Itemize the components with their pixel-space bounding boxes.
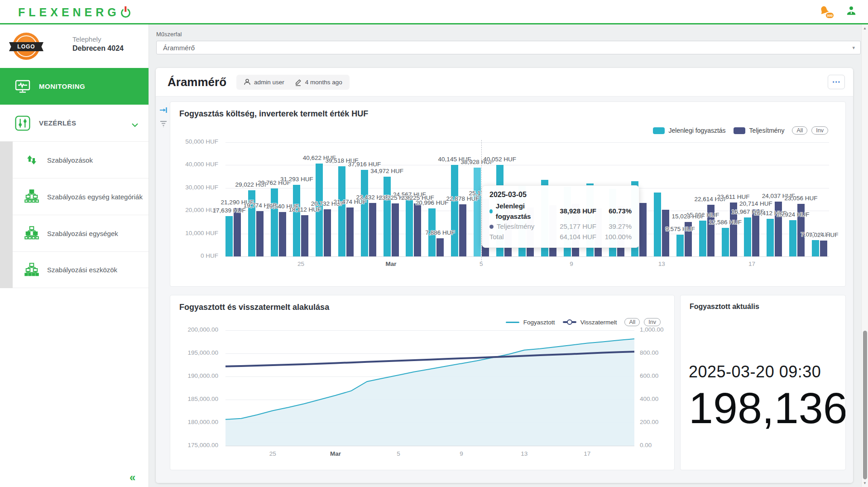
page-title: Árammérő (168, 75, 226, 89)
site-name: Debrecen 4024 (72, 44, 124, 53)
author-name: admin user (254, 79, 284, 86)
bar-value-label: 7,024 HUF (809, 231, 838, 238)
scrollbar-thumb[interactable] (863, 331, 867, 479)
person-outline-icon (244, 78, 251, 86)
x-axis-label: 17 (748, 260, 755, 267)
bar-value-label: 15,023 HUF (672, 213, 705, 220)
logo-ribbon: LOGO (9, 42, 43, 51)
sidebar-item-label: Szabályozási egységek (47, 230, 118, 237)
bar-consumption[interactable] (699, 221, 706, 256)
power-icon (121, 8, 130, 18)
bar-performance[interactable] (414, 203, 421, 256)
tooltip-dot (489, 209, 493, 213)
bar-value-label: 34,972 HUF (370, 168, 403, 174)
bar-performance[interactable] (369, 203, 376, 256)
bar-performance[interactable] (279, 212, 286, 256)
bar-consumption[interactable] (722, 228, 729, 256)
person-icon (845, 5, 857, 17)
line-chart-plot: 175,000.000.00180,000.00200.00185,000.00… (170, 295, 674, 470)
site-block: LOGO Telephely Debrecen 4024 (0, 24, 149, 68)
sidebar-item-label: Szabályozási eszközök (47, 266, 117, 274)
hierarchy-top-icon (23, 189, 41, 204)
bar-consumption[interactable] (676, 235, 684, 256)
bar-value-label: 18,112 HUF (288, 206, 321, 213)
bar-consumption[interactable] (293, 185, 300, 256)
bar-consumption[interactable] (225, 216, 233, 256)
bar-consumption[interactable] (361, 170, 368, 256)
bar-performance[interactable] (392, 203, 399, 256)
bar-performance[interactable] (256, 211, 264, 256)
sidebar-item-label: VEZÉRLÉS (39, 119, 76, 127)
user-account-icon[interactable] (845, 5, 860, 19)
sidebar: LOGO Telephely Debrecen 4024 MONITORING (0, 24, 149, 487)
bar-chart-plot: 0 HUF10,000 HUF20,000 HUF30,000 HUF40,00… (170, 102, 845, 286)
up-down-arrows-icon (23, 153, 41, 167)
scroll-down-arrow[interactable]: ▼ (862, 481, 868, 485)
toolbox-restore-icon[interactable] (159, 106, 168, 116)
tooltip-row: Teljesítmény25,177 HUF39.27% (489, 222, 632, 232)
dashboard-select[interactable]: Árammérő ▾ (156, 41, 861, 54)
y-axis-label: 0 HUF (170, 252, 218, 259)
sidebar-item-szabalyozasi-egysegek[interactable]: Szabályozási egységek (13, 215, 149, 251)
notifications-bell-icon[interactable]: 999 (818, 5, 833, 19)
bar-consumption[interactable] (406, 200, 413, 256)
tooltip-value: 25,177 HUF (546, 222, 596, 232)
bar-performance[interactable] (820, 241, 827, 256)
y-axis-label: 10,000 HUF (170, 230, 218, 236)
updated-time: 4 months ago (305, 79, 342, 86)
bar-performance[interactable] (639, 203, 647, 256)
current-value-timestamp: 2025-03-20 09:30 (689, 362, 821, 381)
main-content: Műszerfal Árammérő ▾ Árammérő admin user… (149, 24, 861, 487)
tooltip-series-name: Total (489, 232, 546, 242)
bar-performance[interactable] (436, 238, 444, 256)
bar-consumption[interactable] (338, 166, 345, 256)
bar-consumption[interactable] (384, 177, 391, 256)
tooltip-series-name: Jelenlegi fogyasztás (489, 201, 546, 222)
y-axis-label: 50,000 HUF (170, 138, 218, 145)
dashboard-select-value: Árammérő (163, 44, 195, 52)
sidebar-item-szabalyozas-egyseg-kategoriak[interactable]: Szabályozás egység kategóriák (13, 178, 149, 215)
bar-performance[interactable] (301, 215, 308, 256)
bar-consumption[interactable] (744, 217, 751, 256)
tooltip-dot (489, 225, 494, 229)
toolbox-filter-icon[interactable] (159, 120, 168, 129)
tooltip-value: 64,104 HUF (546, 232, 596, 242)
sidebar-item-szabalyozasi-eszkozok[interactable]: Szabályozási eszközök (13, 251, 149, 288)
dashboard-select-label: Műszerfal (156, 31, 182, 38)
y-axis-label: 40,000 HUF (170, 161, 218, 168)
tooltip-percent: 39.27% (596, 222, 632, 232)
x-axis-label: 9 (570, 260, 573, 267)
bar-consumption[interactable] (789, 220, 796, 256)
sidebar-item-vezerles[interactable]: VEZÉRLÉS (0, 105, 149, 141)
bar-value-label: 7,886 HUF (426, 229, 455, 236)
bar-performance[interactable] (324, 209, 331, 256)
bar-consumption[interactable] (451, 165, 458, 256)
sidebar-collapse-button[interactable]: « (129, 471, 135, 484)
bar-value-label: 20,714 HUF (739, 200, 772, 207)
bar-performance[interactable] (234, 208, 241, 256)
brand-text: FLEXENERG (18, 6, 120, 19)
card-menu-button[interactable]: ⋯ (828, 75, 845, 89)
bar-consumption[interactable] (767, 219, 774, 256)
line-chart-panel: Fogyasztott és visszatermelt alakulása F… (170, 295, 675, 470)
bar-performance[interactable] (346, 207, 354, 256)
bar-value-label: 23,056 HUF (785, 195, 818, 202)
bar-value-label: 37,916 HUF (348, 161, 381, 168)
tooltip-series-name: Teljesítmény (489, 222, 546, 232)
author-meta: admin user (244, 78, 284, 86)
bar-consumption[interactable] (271, 188, 278, 256)
bar-performance[interactable] (662, 210, 669, 256)
bar-consumption[interactable] (812, 240, 819, 256)
sidebar-item-label: MONITORING (39, 82, 85, 90)
bar-performance[interactable] (459, 204, 466, 256)
x-axis-label: 13 (658, 260, 665, 267)
bar-consumption[interactable] (474, 168, 481, 256)
vertical-scrollbar[interactable]: ▲ ▼ (861, 24, 868, 487)
brand-logo: FLEXENERG (18, 6, 130, 19)
sidebar-item-szabalyozasok[interactable]: Szabályozások (13, 141, 149, 178)
bar-consumption[interactable] (654, 193, 661, 256)
scroll-up-arrow[interactable]: ▲ (862, 26, 868, 30)
sidebar-item-monitoring[interactable]: MONITORING (0, 68, 149, 105)
tooltip-value: 38,928 HUF (546, 206, 596, 217)
bar-value-label: 15,924 HUF (777, 211, 810, 218)
